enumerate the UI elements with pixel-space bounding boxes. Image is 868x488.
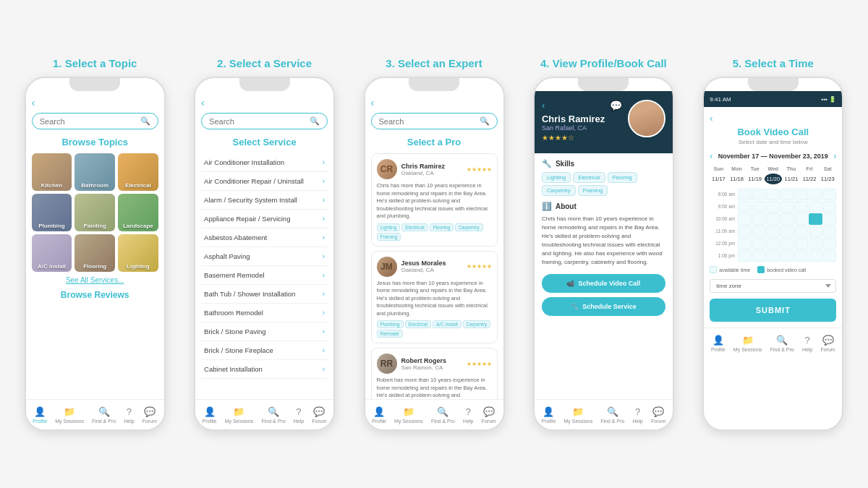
nav-forum-3[interactable]: 💬 Forum: [482, 406, 496, 424]
slot-100-sun[interactable]: [738, 250, 752, 262]
back-arrow-3[interactable]: ‹: [371, 97, 498, 108]
nav-help-1[interactable]: ? Help: [124, 406, 134, 424]
nav-sessions-2[interactable]: 📁 My Sessions: [225, 406, 254, 424]
topic-landscape[interactable]: Landscape: [118, 194, 158, 231]
slot-1100-thu[interactable]: [795, 226, 809, 237]
cal-day-1119[interactable]: 11/19: [746, 174, 764, 184]
nav-sessions-1[interactable]: 📁 My Sessions: [55, 406, 84, 424]
topic-painting[interactable]: Painting: [75, 194, 115, 231]
service-basement[interactable]: Basement Remodel ›: [201, 266, 328, 285]
pro-card-chris[interactable]: CR Chris Ramirez Oakland, CA ★★★★★ Chris…: [371, 153, 498, 247]
slot-100-thu[interactable]: [795, 250, 809, 262]
nav-forum-2[interactable]: 💬 Forum: [312, 406, 326, 424]
cal-day-1118[interactable]: 11/18: [728, 174, 745, 184]
topic-bathroom[interactable]: Bathroom: [75, 153, 115, 191]
service-brick-fireplace[interactable]: Brick / Stone Fireplace ›: [201, 341, 328, 360]
cal-day-1121[interactable]: 11/21: [783, 174, 800, 184]
cal-day-1122[interactable]: 11/22: [801, 174, 818, 184]
cal-day-1117[interactable]: 11/17: [710, 174, 727, 184]
slot-1200-thu[interactable]: [795, 238, 809, 249]
nav-forum-1[interactable]: 💬 Forum: [142, 406, 157, 424]
slot-800-thu[interactable]: [795, 189, 809, 200]
back-arrow-5[interactable]: ‹: [710, 113, 836, 124]
message-icon[interactable]: 💬: [610, 100, 622, 111]
slot-1100-mon[interactable]: [752, 226, 766, 237]
search-bar-3[interactable]: 🔍: [371, 113, 498, 129]
nav-findpro-5[interactable]: 🔍 Find & Pro: [770, 335, 794, 352]
nav-help-5[interactable]: ? Help: [802, 335, 812, 352]
nav-profile-4[interactable]: 👤 Profile: [541, 406, 556, 424]
slot-1100-wed[interactable]: [780, 226, 794, 237]
nav-profile-5[interactable]: 👤 Profile: [711, 335, 726, 352]
slot-100-fri[interactable]: [809, 250, 822, 262]
service-appliance[interactable]: Appliance Repair / Servicing ›: [201, 210, 328, 228]
nav-forum-5[interactable]: 💬 Forum: [820, 335, 835, 352]
slot-1100-fri[interactable]: [809, 226, 822, 237]
slot-1200-sun[interactable]: [738, 238, 752, 249]
topic-acinstall[interactable]: A/C install: [32, 234, 72, 272]
back-arrow-2[interactable]: ‹: [201, 97, 328, 108]
pro-card-jesus[interactable]: JM Jesus Morales Oakland, CA ★★★★★ Jesus…: [371, 251, 498, 344]
search-bar-1[interactable]: 🔍: [32, 113, 158, 129]
service-bathtub[interactable]: Bath Tub / Shower Installation ›: [201, 285, 328, 304]
topic-lighting[interactable]: Lighting: [118, 234, 158, 272]
cal-day-1123[interactable]: 11/23: [819, 174, 836, 184]
submit-button[interactable]: SUBMIT: [710, 299, 836, 322]
slot-1200-tue[interactable]: [766, 238, 780, 249]
service-ac-repair[interactable]: Air Conditioner Repair / Uninstall ›: [201, 172, 328, 191]
slot-800-mon[interactable]: [752, 189, 766, 200]
search-input-1[interactable]: [40, 117, 140, 126]
slot-1200-sat[interactable]: [823, 238, 837, 249]
slot-1000-mon[interactable]: [752, 213, 766, 225]
cal-prev-btn[interactable]: ‹: [710, 151, 712, 161]
nav-sessions-4[interactable]: 📁 My Sessions: [563, 406, 592, 424]
slot-100-sat[interactable]: [823, 250, 837, 262]
service-bathroom[interactable]: Bathroom Remodel ›: [201, 304, 328, 322]
topic-kitchen[interactable]: Kitchen: [32, 153, 72, 191]
nav-sessions-3[interactable]: 📁 My Sessions: [394, 406, 423, 424]
slot-1000-tue[interactable]: [766, 213, 780, 225]
slot-100-mon[interactable]: [752, 250, 766, 262]
slot-900-fri[interactable]: [809, 201, 822, 213]
nav-profile-1[interactable]: 👤 Profile: [33, 406, 47, 424]
slot-800-tue[interactable]: [766, 189, 780, 200]
topic-flooring[interactable]: Flooring: [75, 234, 115, 272]
see-all-services-link[interactable]: See All Services...: [32, 276, 158, 284]
cal-day-1120[interactable]: 11/20: [765, 174, 782, 184]
nav-findpro-4[interactable]: 🔍 Find & Pro: [600, 406, 624, 424]
slot-1000-fri[interactable]: [809, 213, 822, 225]
slot-900-tue[interactable]: [766, 201, 780, 213]
service-brick-paving[interactable]: Brick / Stone Paving ›: [201, 322, 328, 341]
slot-800-sat[interactable]: [823, 189, 837, 200]
search-input-3[interactable]: [379, 117, 480, 126]
slot-1100-tue[interactable]: [766, 226, 780, 237]
slot-900-thu[interactable]: [795, 201, 809, 213]
timezone-select[interactable]: time zone: [710, 279, 836, 293]
nav-forum-4[interactable]: 💬 Forum: [651, 406, 665, 424]
slot-1000-wed[interactable]: [780, 213, 794, 225]
nav-profile-3[interactable]: 👤 Profile: [372, 406, 386, 424]
slot-1200-fri[interactable]: [809, 238, 822, 249]
nav-findpro-2[interactable]: 🔍 Find & Pro: [261, 406, 285, 424]
nav-help-4[interactable]: ? Help: [633, 406, 643, 424]
slot-1200-wed[interactable]: [780, 238, 794, 249]
nav-findpro-1[interactable]: 🔍 Find & Pro: [92, 406, 116, 424]
cal-next-btn[interactable]: ›: [833, 151, 836, 161]
nav-sessions-5[interactable]: 📁 My Sessions: [733, 335, 762, 352]
search-bar-2[interactable]: 🔍: [201, 113, 328, 129]
nav-findpro-3[interactable]: 🔍 Find & Pro: [431, 406, 455, 424]
service-asbestos[interactable]: Asbestos Abatement ›: [201, 228, 328, 247]
slot-1000-sun[interactable]: [738, 213, 752, 225]
topic-electrical[interactable]: Electrical: [118, 153, 158, 191]
slot-800-sun[interactable]: [738, 189, 752, 200]
slot-900-sun[interactable]: [738, 201, 752, 213]
slot-1100-sun[interactable]: [738, 226, 752, 237]
service-cabinet[interactable]: Cabinet Installation ›: [201, 360, 328, 379]
slot-1100-sat[interactable]: [823, 226, 837, 237]
nav-profile-2[interactable]: 👤 Profile: [203, 406, 217, 424]
service-asphalt[interactable]: Asphalt Paving ›: [201, 247, 328, 266]
slot-100-tue[interactable]: [766, 250, 780, 262]
service-ac-install[interactable]: Air Conditioner Installation ›: [201, 153, 328, 172]
slot-100-wed[interactable]: [780, 250, 794, 262]
slot-1000-sat[interactable]: [823, 213, 837, 225]
